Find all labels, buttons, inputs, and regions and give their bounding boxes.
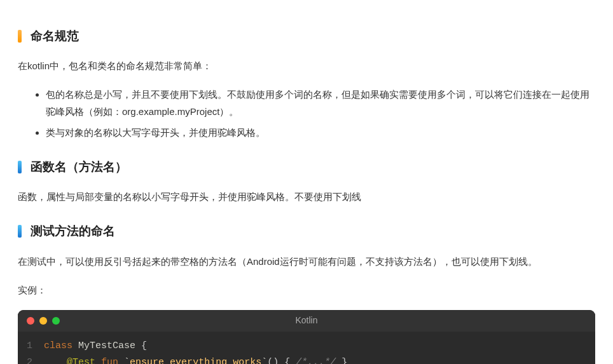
code-body: 1 2 3 4 class MyTestCase { @Test fun `en…	[18, 332, 595, 364]
heading-tests: 测试方法的命名	[18, 220, 595, 242]
tests-body: 在测试中，可以使用反引号括起来的带空格的方法名（Android运行时可能有问题，…	[18, 253, 595, 270]
naming-intro: 在kotlin中，包名和类名的命名规范非常简单：	[18, 57, 595, 74]
line-number: 2	[27, 354, 32, 364]
heading-naming-title: 命名规范	[31, 25, 79, 47]
list-item: 包的名称总是小写，并且不要使用下划线。不鼓励使用多个词的名称，但是如果确实需要使…	[46, 86, 595, 120]
tests-example-label: 实例：	[18, 281, 595, 299]
code-line: @Test fun `ensure everything works`() { …	[44, 354, 595, 364]
code-lines: class MyTestCase { @Test fun `ensure eve…	[44, 338, 595, 364]
close-icon	[27, 317, 34, 325]
heading-naming: 命名规范	[18, 25, 595, 47]
heading-tests-title: 测试方法的命名	[31, 220, 115, 242]
heading-bar-icon	[18, 161, 22, 173]
line-number: 1	[27, 338, 32, 354]
list-item: 类与对象的名称以大写字母开头，并使用驼峰风格。	[46, 124, 595, 141]
heading-bar-icon	[18, 30, 22, 43]
line-number-gutter: 1 2 3 4	[18, 338, 44, 364]
code-language-label: Kotlin	[295, 313, 317, 328]
heading-functions-title: 函数名（方法名）	[31, 156, 127, 178]
code-block: Kotlin 1 2 3 4 class MyTestCase { @Test …	[18, 310, 595, 364]
naming-bullets: 包的名称总是小写，并且不要使用下划线。不鼓励使用多个词的名称，但是如果确实需要使…	[18, 86, 595, 141]
functions-body: 函数，属性与局部变量的名称以小写字母开头，并使用驼峰风格。不要使用下划线	[18, 188, 595, 205]
heading-functions: 函数名（方法名）	[18, 156, 595, 178]
code-titlebar: Kotlin	[18, 310, 595, 332]
window-controls	[27, 317, 60, 325]
heading-bar-icon	[18, 225, 22, 238]
maximize-icon	[52, 317, 60, 325]
code-line: class MyTestCase {	[44, 338, 595, 354]
minimize-icon	[39, 317, 47, 325]
